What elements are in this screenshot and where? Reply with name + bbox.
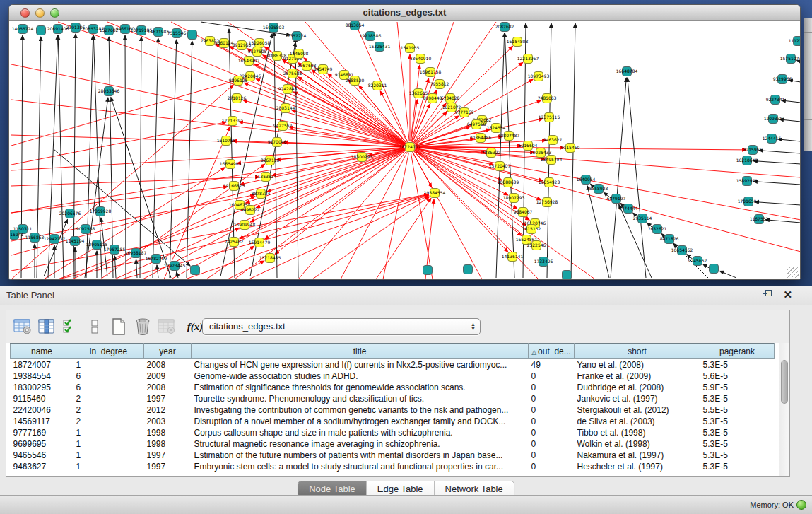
citation-network-graph[interactable]: 1872400779638229660124891295515226058912… (10, 21, 800, 279)
table-cell[interactable]: 0 (529, 393, 575, 404)
table-vertical-scrollbar[interactable] (779, 343, 789, 476)
table-cell[interactable]: 2012 (144, 404, 192, 416)
table-cell[interactable]: 19384554 (11, 370, 73, 382)
table-cell[interactable]: Changes of HCN gene expression and I(f) … (192, 359, 529, 370)
table-cell[interactable]: 2 (73, 404, 144, 416)
network-canvas[interactable]: 1872400779638229660124891295515226058912… (10, 21, 800, 279)
table-cell[interactable]: 9777169 (11, 427, 73, 438)
table-cell[interactable]: 1 (73, 427, 144, 438)
table-cell[interactable]: 18724007 (11, 359, 73, 370)
network-node[interactable] (563, 271, 572, 280)
delete-selected-rows-icon[interactable] (132, 316, 153, 337)
table-cell[interactable]: 0 (529, 404, 575, 416)
column-visibility-icon[interactable] (36, 316, 57, 337)
table-cell[interactable]: 1997 (144, 461, 192, 472)
table-row[interactable]: 2242004622012Investigating the contribut… (11, 404, 775, 416)
node-table[interactable]: namein_degreeyeartitle△out_de...shortpag… (10, 343, 775, 472)
table-cell[interactable]: 1 (73, 461, 144, 472)
table-cell[interactable]: Structural magnetic resonance image aver… (192, 438, 529, 450)
table-cell[interactable]: Yano et al. (2008) (575, 359, 700, 370)
table-cell[interactable]: 9465546 (11, 450, 73, 461)
table-row[interactable]: 977716911998Corpus callosum shape and si… (11, 427, 775, 438)
close-panel-icon[interactable]: ✕ (783, 289, 792, 300)
table-cell[interactable]: 5.3E-5 (700, 438, 775, 450)
table-cell[interactable]: Nakamura et al. (1997) (575, 450, 700, 461)
table-cell[interactable]: 22420046 (11, 404, 73, 416)
scrollbar-thumb[interactable] (781, 360, 788, 404)
table-cell[interactable]: 0 (529, 461, 575, 472)
table-cell[interactable]: Tourette syndrome. Phenomenology and cla… (192, 393, 529, 404)
window-resize-grip[interactable] (787, 267, 799, 278)
table-cell[interactable]: Stergiakouli et al. (2012) (575, 404, 700, 416)
table-cell[interactable]: 0 (529, 382, 575, 393)
table-selector-dropdown[interactable]: citations_edges.txt ▲▼ (202, 318, 481, 335)
table-cell[interactable]: 9115460 (11, 393, 73, 404)
table-cell[interactable]: Tibbo et al. (1998) (575, 427, 700, 438)
table-cell[interactable]: 6 (73, 370, 144, 382)
network-window-titlebar[interactable]: citations_edges.txt (9, 5, 800, 21)
table-cell[interactable]: 5.3E-5 (700, 461, 775, 472)
table-cell[interactable]: 14569117 (11, 416, 73, 427)
table-cell[interactable]: 0 (529, 416, 575, 427)
table-cell[interactable]: 5.3E-5 (700, 393, 775, 404)
table-cell[interactable]: 2008 (144, 359, 192, 370)
table-cell[interactable]: 5.3E-5 (700, 416, 775, 427)
network-node[interactable] (464, 265, 473, 274)
table-cell[interactable]: 0 (529, 370, 575, 382)
create-new-table-icon[interactable] (108, 316, 129, 337)
table-cell[interactable]: 5.6E-5 (700, 370, 775, 382)
float-panel-icon[interactable] (763, 289, 773, 300)
column-header-title[interactable]: title (192, 344, 529, 359)
table-row[interactable]: 1456911722003Disruption of a novel membe… (11, 416, 775, 427)
table-cell[interactable]: Wolkin et al. (1998) (575, 438, 700, 450)
table-cell[interactable]: 1 (73, 359, 144, 370)
table-cell[interactable]: 2 (73, 416, 144, 427)
table-cell[interactable]: 2009 (144, 370, 192, 382)
network-node[interactable] (710, 264, 719, 274)
table-cell[interactable]: Jankovic et al. (1997) (575, 393, 700, 404)
column-header-pagerank[interactable]: pagerank (700, 344, 775, 359)
table-cell[interactable]: Estimation of significance thresholds fo… (192, 382, 529, 393)
table-cell[interactable]: 2 (73, 393, 144, 404)
table-cell[interactable]: Investigating the contribution of common… (192, 404, 529, 416)
table-cell[interactable]: Estimation of the future numbers of pati… (192, 450, 529, 461)
table-cell[interactable]: 5.3E-5 (700, 450, 775, 461)
table-cell[interactable]: 2008 (144, 382, 192, 393)
network-node[interactable] (188, 30, 197, 40)
column-header-in_degree[interactable]: in_degree (73, 344, 144, 359)
table-cell[interactable]: 5.5E-5 (700, 404, 775, 416)
column-header-short[interactable]: short (575, 344, 700, 359)
table-settings-icon[interactable] (12, 316, 33, 337)
table-cell[interactable]: de Silva et al. (2003) (575, 416, 700, 427)
table-cell[interactable]: 1998 (144, 427, 192, 438)
table-cell[interactable]: Disruption of a novel member of a sodium… (192, 416, 529, 427)
table-row[interactable]: 946554611997Estimation of the future num… (11, 450, 775, 461)
network-node[interactable] (423, 266, 433, 275)
table-cell[interactable]: Dudbridge et al. (2008) (575, 382, 700, 393)
deselect-all-rows-icon[interactable] (84, 316, 105, 337)
table-row[interactable]: 1938455462009Genome-wide association stu… (11, 370, 775, 382)
table-row[interactable]: 911546021997Tourette syndrome. Phenomeno… (11, 393, 775, 404)
table-cell[interactable]: Franke et al. (2009) (575, 370, 700, 382)
table-cell[interactable]: Embryonic stem cells: a model to study s… (192, 461, 529, 472)
table-cell[interactable]: 1 (73, 450, 144, 461)
table-cell[interactable]: 18300295 (11, 382, 73, 393)
table-cell[interactable]: 6 (73, 382, 144, 393)
table-cell[interactable]: Hescheler et al. (1997) (575, 461, 700, 472)
table-cell[interactable]: 1 (73, 438, 144, 450)
column-header-out_degree[interactable]: △out_de... (529, 344, 575, 359)
table-cell[interactable]: 1997 (144, 393, 192, 404)
network-node[interactable] (191, 266, 200, 275)
table-row[interactable]: 969969511998Structural magnetic resonanc… (11, 438, 775, 450)
table-cell[interactable]: 0 (529, 438, 575, 450)
network-node[interactable] (37, 26, 46, 35)
column-header-year[interactable]: year (144, 344, 192, 359)
table-cell[interactable]: 9699695 (11, 438, 73, 450)
table-cell[interactable]: 9463627 (11, 461, 73, 472)
table-row[interactable]: 1872400712008Changes of HCN gene express… (11, 359, 775, 370)
table-cell[interactable]: 1998 (144, 438, 192, 450)
table-cell[interactable]: 0 (529, 427, 575, 438)
table-cell[interactable]: 2003 (144, 416, 192, 427)
column-header-name[interactable]: name (11, 344, 73, 359)
table-cell[interactable]: 49 (529, 359, 575, 370)
